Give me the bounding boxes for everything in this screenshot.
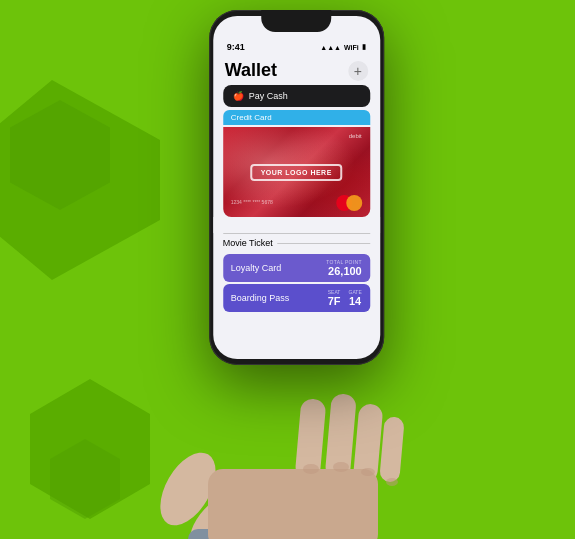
svg-point-9 (333, 462, 349, 472)
apple-pay-label: Pay Cash (249, 91, 288, 101)
svg-point-8 (303, 464, 319, 474)
wallet-title: Wallet (225, 60, 277, 81)
credit-card-label[interactable]: Credit Card (223, 110, 370, 125)
credit-card-visual[interactable]: debit YOUR LOGO HERE 1234 **** **** 5678 (223, 127, 370, 217)
boarding-pass-row[interactable]: Boarding Pass SEAT 7F GATE 14 (223, 284, 370, 312)
svg-rect-5 (379, 416, 405, 482)
movie-ticket-label: Movie Ticket (223, 238, 273, 248)
battery-icon: ▮ (362, 43, 366, 51)
bp-gate: GATE 14 (349, 289, 362, 307)
boarding-pass-label: Boarding Pass (231, 293, 290, 303)
mastercard-logo (336, 195, 362, 211)
bp-seat: SEAT 7F (328, 289, 341, 307)
boarding-pass-info: SEAT 7F GATE 14 (328, 289, 362, 307)
apple-pay-icon: 🍎 (233, 91, 244, 101)
card-number-label: 1234 **** **** 5678 (231, 199, 273, 205)
apple-pay-cash-row[interactable]: 🍎 Pay Cash (223, 85, 370, 107)
phone-screen: 9:41 ▲▲▲ WiFi ▮ Wallet + 🍎 Pay Cash Cred… (213, 16, 380, 359)
loyalty-card-points: TOTAL POINT 26,100 (326, 259, 361, 277)
mc-right-circle (346, 195, 362, 211)
status-bar: 9:41 ▲▲▲ WiFi ▮ (213, 36, 380, 54)
bp-gate-value: 14 (349, 295, 361, 307)
wallet-header: Wallet + (213, 54, 380, 85)
card-spacer (213, 217, 380, 233)
svg-point-11 (386, 478, 398, 486)
svg-rect-7 (208, 469, 378, 539)
status-icons: ▲▲▲ WiFi ▮ (320, 43, 366, 51)
movie-ticket-row[interactable]: Movie Ticket (223, 233, 370, 252)
card-logo-box: YOUR LOGO HERE (251, 164, 342, 181)
loyalty-points-value: 26,100 (328, 265, 362, 277)
phone: 9:41 ▲▲▲ WiFi ▮ Wallet + 🍎 Pay Cash Cred… (209, 10, 384, 365)
loyalty-card-row[interactable]: Loyalty Card TOTAL POINT 26,100 (223, 254, 370, 282)
signal-icon: ▲▲▲ (320, 44, 341, 51)
wifi-icon: WiFi (344, 44, 359, 51)
loyalty-card-label: Loyalty Card (231, 263, 282, 273)
phone-notch (261, 10, 331, 32)
card-debit-label: debit (349, 133, 362, 139)
movie-ticket-line (277, 243, 370, 244)
status-time: 9:41 (227, 42, 245, 52)
scene: 9:41 ▲▲▲ WiFi ▮ Wallet + 🍎 Pay Cash Cred… (0, 0, 575, 539)
svg-point-10 (361, 468, 375, 476)
add-button[interactable]: + (348, 61, 368, 81)
bp-seat-value: 7F (328, 295, 341, 307)
